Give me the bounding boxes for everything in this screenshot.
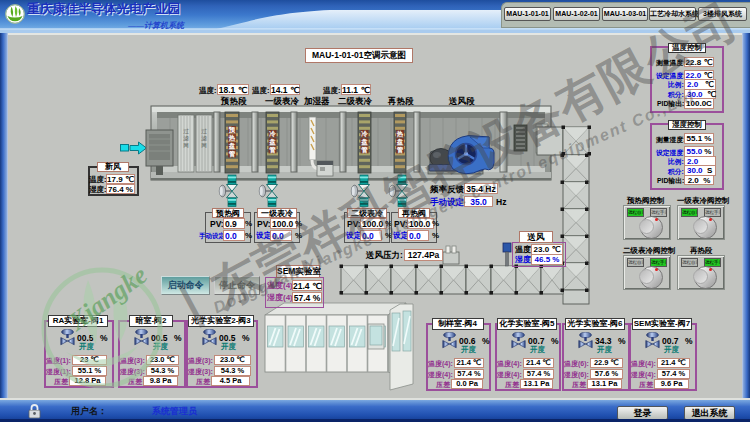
svg-text:冷: 冷 bbox=[269, 130, 276, 138]
svg-text:过: 过 bbox=[201, 128, 207, 134]
svg-text:网: 网 bbox=[183, 142, 189, 148]
svg-text:滤: 滤 bbox=[183, 135, 189, 142]
svg-text:滤: 滤 bbox=[201, 135, 207, 142]
svg-text:管: 管 bbox=[360, 146, 368, 154]
svg-text:管: 管 bbox=[268, 146, 276, 154]
svg-text:热: 热 bbox=[228, 134, 236, 142]
svg-text:盘: 盘 bbox=[396, 138, 404, 146]
svg-text:过: 过 bbox=[183, 128, 189, 134]
svg-text:预: 预 bbox=[228, 126, 236, 134]
svg-text:网: 网 bbox=[201, 142, 207, 148]
svg-text:盘: 盘 bbox=[268, 138, 276, 146]
svg-text:冷: 冷 bbox=[361, 130, 368, 138]
svg-text:盘: 盘 bbox=[360, 138, 368, 146]
svg-text:管: 管 bbox=[396, 146, 404, 154]
svg-text:管: 管 bbox=[228, 150, 236, 158]
svg-text:热: 热 bbox=[396, 130, 404, 138]
svg-text:盘: 盘 bbox=[228, 142, 236, 150]
